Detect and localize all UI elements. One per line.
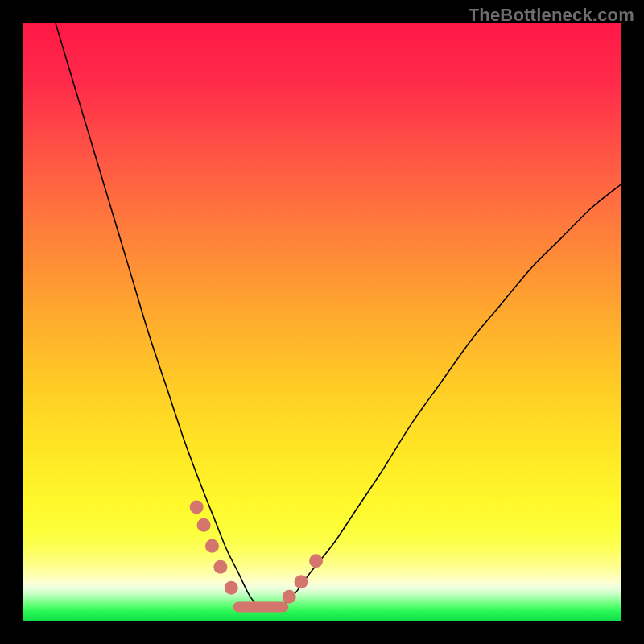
- curve-marker-5: [283, 590, 296, 604]
- curve-marker-1: [197, 518, 211, 532]
- bottleneck-curve-svg: [23, 23, 621, 621]
- curve-marker-0: [190, 501, 204, 514]
- marker-group: [190, 501, 323, 604]
- curve-marker-7: [309, 554, 323, 568]
- curve-marker-6: [295, 575, 308, 588]
- bottleneck-curve-path: [23, 23, 621, 610]
- plot-area: [23, 23, 621, 621]
- chart-frame: TheBottleneck.com: [0, 0, 644, 644]
- curve-marker-2: [205, 539, 219, 553]
- curve-marker-4: [225, 581, 238, 595]
- curve-marker-3: [213, 560, 227, 574]
